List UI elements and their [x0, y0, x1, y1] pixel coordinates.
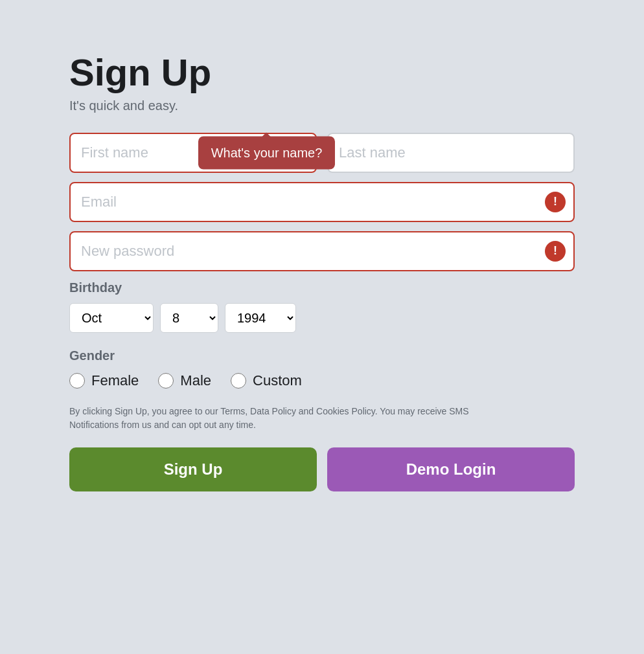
signup-button[interactable]: Sign Up: [69, 447, 317, 491]
button-row: Sign Up Demo Login: [69, 447, 575, 491]
page-title: Sign Up: [69, 52, 575, 93]
birthday-month-select[interactable]: Jan Feb Mar Apr May Jun Jul Aug Sep Oct …: [69, 303, 154, 333]
form-container: Sign Up It's quick and easy. ! What's yo…: [30, 26, 614, 517]
email-input[interactable]: [69, 182, 575, 222]
gender-label: Gender: [69, 348, 575, 363]
first-name-wrapper: ! What's your name?: [69, 133, 317, 173]
last-name-wrapper: [327, 133, 575, 173]
gender-radio-custom[interactable]: [231, 373, 246, 389]
gender-row: Female Male Custom: [69, 372, 575, 389]
gender-section: Gender Female Male Custom: [69, 348, 575, 389]
gender-option-custom[interactable]: Custom: [231, 372, 302, 389]
page-subtitle: It's quick and easy.: [69, 98, 575, 113]
password-wrapper: !: [69, 231, 575, 271]
gender-radio-female[interactable]: [69, 373, 85, 389]
last-name-input[interactable]: [327, 133, 575, 173]
gender-option-female[interactable]: Female: [69, 372, 139, 389]
legal-text: By clicking Sign Up, you agree to our Te…: [69, 405, 471, 432]
birthday-section: Birthday Jan Feb Mar Apr May Jun Jul Aug…: [69, 280, 575, 333]
name-tooltip: What's your name?: [198, 136, 336, 169]
password-error-icon: !: [545, 241, 566, 262]
gender-option-male[interactable]: Male: [158, 372, 211, 389]
birthday-year-select[interactable]: 1994 1993199219911990 1989198819871986 1…: [225, 303, 296, 333]
birthday-label: Birthday: [69, 280, 575, 295]
gender-label-male: Male: [180, 372, 211, 389]
gender-label-female: Female: [91, 372, 139, 389]
name-row: ! What's your name?: [69, 133, 575, 173]
birthday-row: Jan Feb Mar Apr May Jun Jul Aug Sep Oct …: [69, 303, 575, 333]
password-input[interactable]: [69, 231, 575, 271]
demo-login-button[interactable]: Demo Login: [327, 447, 575, 491]
gender-radio-male[interactable]: [158, 373, 174, 389]
email-error-icon: !: [545, 192, 566, 212]
gender-label-custom: Custom: [253, 372, 302, 389]
birthday-day-select[interactable]: 12345 678910 1112131415 1617181920 21222…: [160, 303, 218, 333]
email-wrapper: !: [69, 182, 575, 222]
